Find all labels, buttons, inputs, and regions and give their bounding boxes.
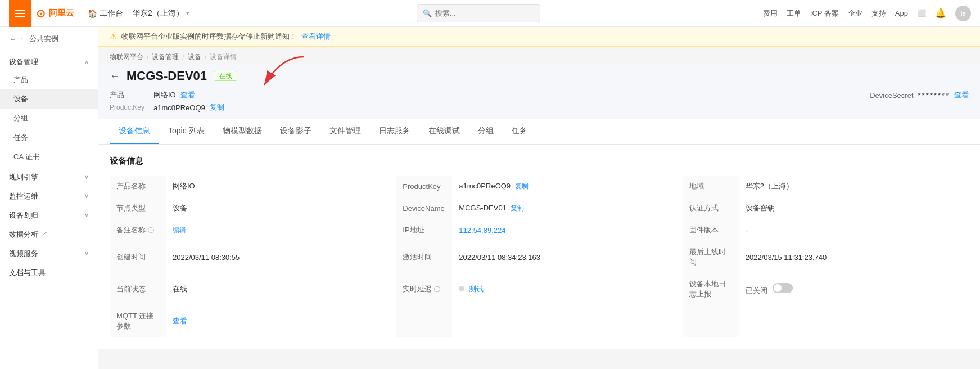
remark-edit-btn[interactable]: 编辑 bbox=[173, 226, 186, 234]
log-status-text: 已关闭 bbox=[746, 286, 767, 295]
screen-icon[interactable]: ⬜ bbox=[917, 9, 926, 17]
search-icon: 🔍 bbox=[423, 9, 432, 17]
breadcrumb-device-detail: 设备详情 bbox=[210, 52, 237, 62]
sidebar-public-label: ← 公共实例 bbox=[20, 34, 58, 44]
cell-label-local-log: 设备本地日志上报 bbox=[683, 273, 739, 305]
cell-label-mqtt-params: MQTT 连接参数 bbox=[110, 305, 166, 338]
sidebar-item-ca-cert[interactable]: CA 证书 bbox=[0, 147, 98, 166]
nav-icp[interactable]: ICP 备案 bbox=[810, 8, 839, 19]
cell-value-local-log: 已关闭 bbox=[739, 273, 969, 305]
delay-indicator bbox=[459, 286, 464, 291]
sidebar-section-data-analysis-label: 数据分析 ↗ bbox=[9, 230, 48, 240]
devicename-copy-btn[interactable]: 复制 bbox=[511, 204, 524, 212]
table-row: 节点类型 设备 DeviceName MCGS-DEV01 复制 认证方式 设备… bbox=[110, 197, 969, 219]
chevron-down-icon-assign: ∨ bbox=[84, 212, 89, 219]
tab-device-shadow[interactable]: 设备影子 bbox=[271, 119, 320, 144]
cell-value-empty-1 bbox=[452, 305, 682, 338]
breadcrumb-device[interactable]: 设备 bbox=[188, 52, 201, 62]
sidebar-item-device[interactable]: 设备 bbox=[0, 89, 98, 109]
meta-productkey-value: a1mc0PReOQ9 bbox=[153, 104, 205, 112]
cell-label-productkey: ProductKey bbox=[396, 176, 452, 197]
cell-value-last-online-time: 2022/03/15 11:31:23.740 bbox=[739, 241, 969, 273]
tab-online-debug[interactable]: 在线调试 bbox=[419, 119, 469, 144]
back-button[interactable]: ← bbox=[110, 71, 120, 81]
meta-devicesecret-link[interactable]: 查看 bbox=[954, 90, 969, 100]
search-input[interactable] bbox=[435, 9, 525, 17]
meta-left: 产品 网络IO 查看 ProductKey a1mc0PReOQ9 复制 bbox=[110, 90, 335, 112]
tab-thing-model[interactable]: 物模型数据 bbox=[214, 119, 271, 144]
notification-bell-icon[interactable]: 🔔 bbox=[935, 8, 946, 19]
tabs-bar: 设备信息 Topic 列表 物模型数据 设备影子 文件管理 日志服务 在线调试 … bbox=[98, 119, 980, 145]
cell-label-product-name: 产品名称 bbox=[110, 176, 166, 197]
nav-enterprise[interactable]: 企业 bbox=[848, 8, 862, 19]
sidebar-section-device-management-label: 设备管理 bbox=[9, 57, 38, 67]
cell-label-firmware: 固件版本 bbox=[683, 219, 739, 241]
chevron-up-icon: ∧ bbox=[84, 58, 89, 66]
logo[interactable]: ⊙ 阿里云 bbox=[36, 7, 74, 20]
cell-value-create-time: 2022/03/11 08:30:55 bbox=[166, 241, 396, 273]
tab-topic-list[interactable]: Topic 列表 bbox=[159, 119, 214, 144]
meta-productkey-label: ProductKey bbox=[110, 104, 149, 111]
sidebar-section-rule-engine[interactable]: 规则引擎 ∨ bbox=[0, 166, 98, 186]
cell-label-last-online-time: 最后上线时间 bbox=[683, 241, 739, 273]
table-row: 产品名称 网络IO ProductKey a1mc0PReOQ9 复制 地域 华… bbox=[110, 176, 969, 197]
home-icon: 🏠 bbox=[88, 9, 97, 18]
top-nav: ⊙ 阿里云 🏠 工作台 华东2（上海） ▾ 🔍 费用 工单 ICP 备案 企业 … bbox=[0, 0, 980, 27]
sidebar-section-device-assign[interactable]: 设备划归 ∨ bbox=[0, 205, 98, 224]
hamburger-button[interactable] bbox=[9, 0, 31, 27]
sidebar-section-device-assign-label: 设备划归 bbox=[9, 210, 38, 220]
cell-value-current-status: 在线 bbox=[166, 273, 396, 305]
notice-link[interactable]: 查看详情 bbox=[301, 32, 331, 42]
tab-device-info[interactable]: 设备信息 bbox=[110, 119, 159, 144]
search-area: 🔍 bbox=[201, 4, 756, 22]
hamburger-icon bbox=[15, 10, 25, 17]
sidebar-item-task[interactable]: 任务 bbox=[0, 128, 98, 147]
cell-value-node-type: 设备 bbox=[166, 197, 396, 219]
breadcrumb-iot[interactable]: 物联网平台 bbox=[110, 52, 143, 62]
breadcrumb-device-manage[interactable]: 设备管理 bbox=[152, 52, 179, 62]
notice-banner: ⚠ 物联网平台企业版实例的时序数据存储停止新购通知！ 查看详情 bbox=[98, 27, 980, 47]
sidebar-section-device-management[interactable]: 设备管理 ∧ bbox=[0, 51, 98, 70]
mqtt-params-view-btn[interactable]: 查看 bbox=[173, 317, 187, 325]
nav-app[interactable]: App bbox=[895, 9, 908, 17]
nav-support[interactable]: 支持 bbox=[871, 8, 886, 19]
sidebar-section-data-analysis[interactable]: 数据分析 ↗ bbox=[0, 224, 98, 243]
nav-ticket[interactable]: 工单 bbox=[787, 8, 801, 19]
workbench-nav[interactable]: 🏠 工作台 bbox=[83, 8, 128, 19]
search-box[interactable]: 🔍 bbox=[417, 4, 540, 22]
sidebar-section-video-label: 视频服务 bbox=[9, 249, 38, 259]
table-row: 创建时间 2022/03/11 08:30:55 激活时间 2022/03/11… bbox=[110, 241, 969, 273]
productkey-copy-btn[interactable]: 复制 bbox=[515, 182, 529, 190]
cell-label-ip: IP地址 bbox=[396, 219, 452, 241]
sidebar-section-video[interactable]: 视频服务 ∨ bbox=[0, 243, 98, 262]
tab-task[interactable]: 任务 bbox=[503, 119, 536, 144]
chevron-down-icon-video: ∨ bbox=[84, 250, 89, 257]
breadcrumb-sep-3: / bbox=[205, 53, 206, 61]
sidebar-section-docs-label: 文档与工具 bbox=[9, 268, 46, 278]
sidebar-public-example[interactable]: ← ← 公共实例 bbox=[0, 27, 98, 51]
sidebar: ← ← 公共实例 设备管理 ∧ 产品 设备 分组 任务 CA 证书 规则引擎 ∨… bbox=[0, 27, 98, 369]
tab-file-manager[interactable]: 文件管理 bbox=[320, 119, 370, 144]
sidebar-section-monitor[interactable]: 监控运维 ∨ bbox=[0, 186, 98, 205]
nav-right: 费用 工单 ICP 备案 企业 支持 App ⬜ 🔔 Ie bbox=[763, 6, 971, 21]
tab-log-service[interactable]: 日志服务 bbox=[370, 119, 419, 144]
meta-product-label: 产品 bbox=[110, 90, 149, 100]
notice-text: 物联网平台企业版实例的时序数据存储停止新购通知！ bbox=[121, 32, 297, 42]
region-selector[interactable]: 华东2（上海） ▾ bbox=[128, 8, 194, 19]
sidebar-item-product[interactable]: 产品 bbox=[0, 70, 98, 89]
meta-productkey-copy[interactable]: 复制 bbox=[210, 102, 224, 112]
cell-label-region: 地域 bbox=[683, 176, 739, 197]
device-meta: 产品 网络IO 查看 ProductKey a1mc0PReOQ9 复制 Dev… bbox=[98, 90, 980, 119]
avatar[interactable]: Ie bbox=[955, 6, 971, 21]
nav-fee[interactable]: 费用 bbox=[763, 8, 778, 19]
warning-icon: ⚠ bbox=[110, 32, 117, 41]
delay-test-btn[interactable]: 测试 bbox=[469, 285, 484, 293]
back-icon: ← bbox=[9, 35, 16, 43]
tab-group[interactable]: 分组 bbox=[469, 119, 503, 144]
ip-link[interactable]: 112.54.89.224 bbox=[459, 226, 505, 235]
local-log-toggle[interactable] bbox=[773, 283, 793, 293]
chevron-down-icon-monitor: ∨ bbox=[84, 192, 89, 200]
sidebar-section-docs[interactable]: 文档与工具 bbox=[0, 262, 98, 281]
sidebar-item-group[interactable]: 分组 bbox=[0, 109, 98, 128]
meta-product-link[interactable]: 查看 bbox=[180, 90, 195, 100]
